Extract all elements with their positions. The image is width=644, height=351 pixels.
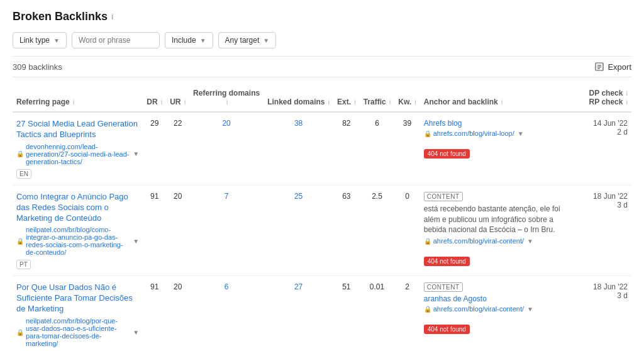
anchor-lock-icon: 🔒 bbox=[424, 306, 431, 313]
dp-rp-check-cell: 18 Jun '22 3 d bbox=[575, 276, 631, 351]
linked-domains-link[interactable]: 27 bbox=[294, 282, 303, 291]
col-dr: DR i bbox=[143, 84, 166, 112]
ur-value: 20 bbox=[166, 185, 189, 276]
page-title-link[interactable]: Por Que Usar Dados Não é Suficiente Para… bbox=[16, 282, 139, 315]
ext-value: 63 bbox=[333, 185, 360, 276]
include-filter[interactable]: Include ▼ bbox=[165, 32, 213, 48]
table-row: 27 Social Media Lead Generation Tactics … bbox=[13, 112, 631, 185]
ext-value: 82 bbox=[333, 112, 360, 185]
traffic-value: 2.5 bbox=[360, 185, 395, 276]
dp-check-date: 14 Jun '22 bbox=[579, 119, 628, 128]
col-traffic: Traffic i bbox=[360, 84, 395, 112]
linked-domains-value: 27 bbox=[264, 276, 333, 351]
anchor-cell: CONTENTaranhas de Agosto 🔒 ahrefs.com/bl… bbox=[420, 276, 575, 351]
backlinks-count: 309 backlinks bbox=[13, 62, 62, 72]
traffic-value: 0.01 bbox=[360, 276, 395, 351]
linked-domains-link[interactable]: 38 bbox=[294, 119, 303, 128]
export-button[interactable]: Export bbox=[594, 62, 631, 72]
table-row: Como Integrar o Anúncio Pago das Redes S… bbox=[13, 185, 631, 276]
col-referring-page: Referring page i bbox=[13, 84, 143, 112]
referring-domains-link[interactable]: 6 bbox=[225, 282, 229, 291]
referring-domains-link[interactable]: 20 bbox=[222, 119, 230, 128]
anchor-title-link[interactable]: Ahrefs blog bbox=[424, 119, 462, 128]
dr-value: 29 bbox=[143, 112, 166, 185]
url-chevron: ▼ bbox=[133, 238, 139, 245]
link-type-label: Link type bbox=[19, 36, 50, 45]
dr-value: 91 bbox=[143, 185, 166, 276]
page-title: Broken Backlinks i bbox=[13, 10, 631, 23]
title-text: Broken Backlinks bbox=[13, 10, 108, 23]
filters-row: Link type ▼ Include ▼ Any target ▼ bbox=[13, 32, 631, 48]
page-url-link[interactable]: 🔒 neilpatel.com/br/blog/por-que-usar-dad… bbox=[16, 317, 139, 347]
linked-domains-link[interactable]: 25 bbox=[294, 192, 303, 201]
traffic-value: 6 bbox=[360, 112, 395, 185]
lock-icon: 🔒 bbox=[16, 150, 24, 157]
col-referring-domains: Referring domains i bbox=[189, 84, 264, 112]
referring-domains-value: 7 bbox=[189, 185, 264, 276]
lang-badge: EN bbox=[16, 169, 31, 179]
any-target-chevron: ▼ bbox=[263, 37, 269, 44]
col-kw: Kw. i bbox=[394, 84, 419, 112]
rp-check-time: 2 d bbox=[579, 128, 628, 136]
ext-value: 51 bbox=[333, 276, 360, 351]
referring-page-cell: Como Integrar o Anúncio Pago das Redes S… bbox=[13, 185, 143, 276]
col-ext: Ext. i bbox=[333, 84, 360, 112]
referring-domains-value: 20 bbox=[189, 112, 264, 185]
linked-domains-value: 38 bbox=[264, 112, 333, 185]
not-found-badge: 404 not found bbox=[424, 257, 470, 266]
dp-check-date: 18 Jun '22 bbox=[579, 282, 628, 291]
linked-domains-value: 25 bbox=[264, 185, 333, 276]
table-wrapper: Referring page i DR i UR i Referring dom… bbox=[13, 84, 631, 351]
not-found-badge: 404 not found bbox=[424, 325, 470, 334]
include-chevron: ▼ bbox=[200, 37, 206, 44]
referring-domains-link[interactable]: 7 bbox=[225, 192, 229, 201]
title-info-icon[interactable]: i bbox=[111, 13, 113, 21]
dp-rp-check-cell: 14 Jun '22 2 d bbox=[575, 112, 631, 185]
page-title-link[interactable]: 27 Social Media Lead Generation Tactics … bbox=[16, 119, 139, 140]
backlinks-table: Referring page i DR i UR i Referring dom… bbox=[13, 84, 631, 351]
rp-check-time: 3 d bbox=[579, 291, 628, 300]
anchor-url-link[interactable]: 🔒 ahrefs.com/blog/viral-content/ ▼ bbox=[424, 305, 571, 313]
anchor-url-link[interactable]: 🔒 ahrefs.com/blog/viral-loop/ ▼ bbox=[424, 130, 571, 137]
col-ur: UR i bbox=[166, 84, 189, 112]
lock-icon: 🔒 bbox=[16, 238, 24, 245]
dp-check-date: 18 Jun '22 bbox=[579, 192, 628, 201]
any-target-filter[interactable]: Any target ▼ bbox=[218, 32, 277, 48]
url-chevron: ▼ bbox=[133, 329, 139, 336]
link-type-chevron: ▼ bbox=[53, 37, 60, 44]
anchor-lock-icon: 🔒 bbox=[424, 238, 431, 245]
dp-rp-check-cell: 18 Jun '22 3 d bbox=[575, 185, 631, 276]
referring-domains-value: 6 bbox=[189, 276, 264, 351]
export-label: Export bbox=[608, 62, 631, 72]
any-target-label: Any target bbox=[225, 36, 260, 45]
lang-badge: PT bbox=[16, 260, 31, 269]
kw-value: 0 bbox=[394, 185, 419, 276]
dr-value: 91 bbox=[143, 276, 166, 351]
referring-page-cell: Por Que Usar Dados Não é Suficiente Para… bbox=[13, 276, 143, 351]
not-found-badge: 404 not found bbox=[424, 149, 470, 159]
page-url-link[interactable]: 🔒 neilpatel.com/br/blog/como-integrar-o-… bbox=[16, 226, 139, 256]
rp-check-time: 3 d bbox=[579, 201, 628, 209]
kw-value: 39 bbox=[394, 112, 419, 185]
include-label: Include bbox=[172, 36, 196, 45]
ur-value: 22 bbox=[166, 112, 189, 185]
content-badge: CONTENT bbox=[424, 282, 463, 292]
kw-value: 2 bbox=[394, 276, 419, 351]
ur-value: 20 bbox=[166, 276, 189, 351]
anchor-lock-icon: 🔒 bbox=[424, 130, 431, 137]
link-type-filter[interactable]: Link type ▼ bbox=[13, 32, 67, 48]
table-row: Por Que Usar Dados Não é Suficiente Para… bbox=[13, 276, 631, 351]
word-phrase-input[interactable] bbox=[72, 32, 160, 48]
anchor-url-link[interactable]: 🔒 ahrefs.com/blog/viral-content/ ▼ bbox=[424, 237, 571, 245]
page-title-link[interactable]: Como Integrar o Anúncio Pago das Redes S… bbox=[16, 192, 139, 224]
col-dp-rp-check: DP check i RP check i bbox=[575, 84, 631, 112]
col-linked-domains: Linked domains i bbox=[264, 84, 333, 112]
anchor-body-text: está recebendo bastante atenção, ele foi… bbox=[424, 204, 560, 235]
content-badge: CONTENT bbox=[424, 192, 463, 201]
summary-row: 309 backlinks Export bbox=[13, 56, 631, 77]
anchor-title-link[interactable]: aranhas de Agosto bbox=[424, 294, 487, 303]
anchor-cell: Ahrefs blog 🔒 ahrefs.com/blog/viral-loop… bbox=[420, 112, 575, 185]
lock-icon: 🔒 bbox=[16, 329, 24, 336]
anchor-cell: CONTENTestá recebendo bastante atenção, … bbox=[420, 185, 575, 276]
page-url-link[interactable]: 🔒 devonhennig.com/lead-generation/27-soc… bbox=[16, 143, 139, 165]
